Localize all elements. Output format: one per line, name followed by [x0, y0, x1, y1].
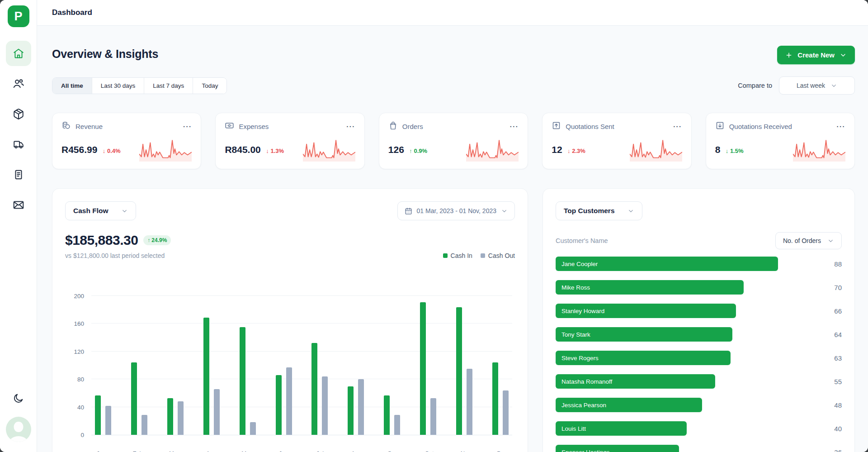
stat-delta: ↑ 0.9% [409, 147, 427, 154]
stat-card: Revenue ··· R456.99 ↓ 0.4% [52, 113, 201, 169]
date-range-value: 01 Mar, 2023 - 01 Nov, 2023 [417, 207, 496, 214]
cash-in-bar-jul [311, 343, 317, 435]
stat-card-header: Revenue ··· [61, 121, 192, 132]
cash-flow-comparison-note: vs $121,800.00 last period selected [65, 252, 165, 259]
legend-item-cash-out: Cash Out [481, 252, 515, 259]
cash-in-bar-oct [420, 302, 426, 435]
x-axis-labels: JanFebMarAprMayJunJulAugSepOctNovDec [91, 450, 512, 452]
app-logo[interactable]: P [8, 5, 29, 27]
stat-delta: ↓ 1.3% [266, 147, 284, 154]
trend-arrow-icon: ↓ [567, 147, 571, 154]
compare-to-select[interactable]: Last week [779, 76, 855, 95]
customer-bar: Louis Litt [556, 421, 687, 436]
trend-arrow-icon: ↑ [147, 237, 150, 243]
cash-flow-card: Cash Flow 01 Mar, 2023 - 01 Nov, 2023 $1… [52, 188, 528, 452]
sparkline-chart [139, 138, 192, 162]
more-options-button[interactable]: ··· [837, 123, 846, 130]
cash-in-bar-jun [276, 375, 282, 435]
cash-out-bar-sep [394, 415, 400, 435]
stat-card-body: R845.00 ↓ 1.3% [225, 138, 355, 162]
top-customers-select[interactable]: Top Customers [556, 201, 642, 220]
x-axis-label-nov: Nov [457, 450, 475, 452]
stat-label: Revenue [75, 123, 103, 130]
x-axis-label-may: May [238, 450, 256, 452]
create-new-button[interactable]: Create New [777, 46, 855, 64]
sparkline-chart [466, 138, 519, 162]
cash-out-bar-jul [322, 376, 328, 435]
user-avatar[interactable] [6, 417, 31, 442]
stat-delta-pct: 1.3% [270, 147, 284, 154]
sidebar-item-customers[interactable] [6, 71, 31, 96]
stat-label: Quotations Sent [566, 123, 614, 130]
cash-out-bar-may [250, 422, 256, 435]
tab-last-30-days[interactable]: Last 30 days [92, 78, 145, 94]
stat-delta: ↓ 1.5% [726, 147, 744, 154]
tab-all-time[interactable]: All time [52, 78, 92, 94]
tab-today[interactable]: Today [193, 78, 226, 94]
stat-card: Orders ··· 126 ↑ 0.9% [379, 113, 528, 169]
compare-to-value: Last week [797, 82, 825, 89]
customer-bar: Tony Stark [556, 327, 732, 342]
x-axis-label-jul: Jul [311, 450, 329, 452]
customer-row: Spenser Hastings 36 [556, 445, 842, 452]
more-options-button[interactable]: ··· [183, 123, 192, 130]
cash-flow-total: $185,883.30 [65, 233, 138, 248]
sidebar-item-messages[interactable] [6, 192, 31, 218]
trend-arrow-icon: ↓ [726, 147, 729, 154]
sidebar-item-products[interactable] [6, 101, 31, 127]
cash-in-bar-feb [131, 362, 137, 435]
banknote-icon [225, 121, 234, 132]
tab-label: All time [61, 82, 83, 89]
bar-group-feb [131, 362, 147, 435]
bar-group-aug [348, 379, 364, 435]
more-options-button[interactable]: ··· [510, 123, 519, 130]
customer-bar: Steve Rogers [556, 351, 731, 365]
tab-last-7-days[interactable]: Last 7 days [144, 78, 193, 94]
sidebar-item-deliveries[interactable] [6, 132, 31, 157]
x-axis-label-sep: Sep [384, 450, 402, 452]
cash-flow-total-row: $185,883.30 ↑ 24.9% [65, 233, 515, 248]
stat-delta-pct: 1.5% [730, 147, 744, 154]
chevron-down-icon [121, 208, 128, 214]
filter-row: All timeLast 30 daysLast 7 daysToday Com… [52, 76, 855, 95]
stat-value: 12 [552, 144, 562, 155]
stat-delta: ↓ 2.3% [567, 147, 585, 154]
main-area: Dashboard Overview & Insights Create New… [37, 0, 868, 452]
sort-by-select[interactable]: No. of Orders [775, 232, 842, 249]
theme-toggle-button[interactable] [13, 393, 24, 404]
more-options-button[interactable]: ··· [346, 123, 355, 130]
customer-bar-track: Spenser Hastings [556, 445, 817, 452]
content: Overview & Insights Create New All timeL… [37, 26, 868, 452]
sparkline-chart [793, 138, 845, 162]
stat-card-body: 8 ↓ 1.5% [715, 138, 845, 162]
customers-icon [13, 78, 24, 90]
customer-order-count: 63 [817, 354, 842, 362]
stat-card-body: 12 ↓ 2.3% [552, 138, 682, 162]
y-axis-tick: 80 [65, 376, 84, 383]
top-customers-label: Top Customers [564, 207, 615, 215]
coins-icon [61, 121, 71, 132]
sidebar-item-invoices[interactable] [6, 162, 31, 187]
topbar: Dashboard [37, 0, 868, 26]
chart-legend: Cash In Cash Out [443, 252, 515, 259]
home-icon [13, 48, 24, 59]
gridline [91, 295, 512, 296]
stat-value: R456.99 [61, 144, 97, 155]
x-axis-label-apr: Apr [202, 450, 220, 452]
deliveries-icon [13, 138, 24, 150]
customer-bar-track: Louis Litt [556, 421, 817, 436]
customer-row: Jessica Pearson 48 [556, 398, 842, 412]
customer-name: Stanley Howard [561, 308, 604, 314]
bar-groups [91, 296, 512, 435]
customer-row: Jane Coopler 88 [556, 257, 842, 271]
stat-label: Quotations Received [729, 123, 792, 130]
x-axis-label-oct: Oct [420, 450, 439, 452]
cash-flow-delta-value: 24.9% [151, 237, 167, 243]
y-axis-tick: 40 [65, 404, 84, 411]
date-range-button[interactable]: 01 Mar, 2023 - 01 Nov, 2023 [397, 201, 515, 220]
cash-flow-metric-select[interactable]: Cash Flow [65, 201, 136, 220]
sidebar-item-dashboard[interactable] [6, 41, 31, 66]
more-options-button[interactable]: ··· [673, 123, 682, 130]
topbar-title: Dashboard [52, 8, 92, 17]
app-window: P [0, 0, 868, 452]
